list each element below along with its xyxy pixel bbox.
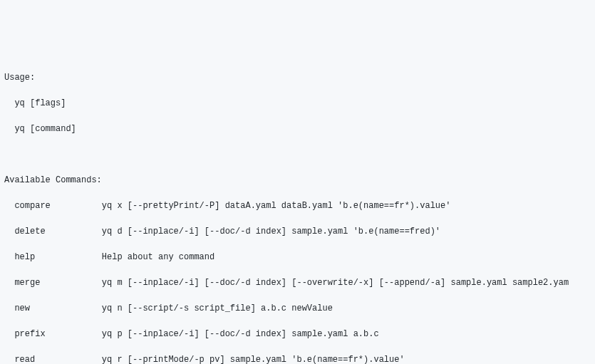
command-name: new (14, 302, 101, 315)
command-name: prefix (14, 328, 101, 340)
command-desc: yq p [--inplace/-i] [--doc/-d index] sam… (102, 328, 379, 340)
cli-help-output: Usage: yq [flags] yq [command] Available… (4, 58, 591, 364)
command-name: delete (14, 225, 101, 238)
command-desc: yq m [--inplace/-i] [--doc/-d index] [--… (102, 276, 569, 289)
command-desc: yq n [--script/-s script_file] a.b.c new… (102, 302, 333, 315)
command-desc: yq r [--printMode/-p pv] sample.yaml 'b.… (102, 353, 405, 364)
usage-line: yq [command] (4, 123, 591, 135)
command-row: deleteyq d [--inplace/-i] [--doc/-d inde… (4, 225, 591, 238)
blank-line (4, 148, 591, 161)
command-desc: Help about any command (102, 251, 214, 264)
command-row: helpHelp about any command (4, 251, 591, 264)
command-row: readyq r [--printMode/-p pv] sample.yaml… (4, 353, 591, 364)
usage-line: yq [flags] (4, 97, 591, 110)
command-row: prefixyq p [--inplace/-i] [--doc/-d inde… (4, 328, 591, 340)
command-desc: yq d [--inplace/-i] [--doc/-d index] sam… (102, 225, 440, 238)
usage-header: Usage: (4, 71, 591, 84)
command-desc: yq x [--prettyPrint/-P] dataA.yaml dataB… (102, 199, 451, 212)
command-name: compare (14, 199, 101, 212)
command-name: merge (14, 276, 101, 289)
command-row: newyq n [--script/-s script_file] a.b.c … (4, 302, 591, 315)
command-name: read (14, 353, 101, 364)
command-row: mergeyq m [--inplace/-i] [--doc/-d index… (4, 276, 591, 289)
command-row: compareyq x [--prettyPrint/-P] dataA.yam… (4, 199, 591, 212)
command-name: help (14, 251, 101, 264)
commands-header: Available Commands: (4, 174, 591, 187)
